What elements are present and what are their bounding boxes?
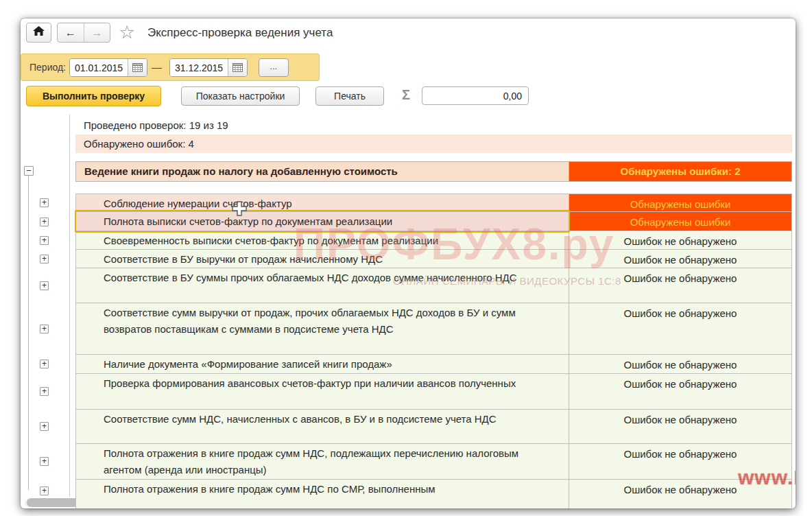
section-status-badge: Обнаружены ошибки: 2 bbox=[569, 162, 791, 181]
check-name: Соблюдение нумерации счетов-фактур bbox=[76, 194, 569, 211]
table-row[interactable]: Своевременность выписки счетов-фактур по… bbox=[75, 231, 792, 250]
status-badge: Ошибок не обнаружено bbox=[569, 268, 791, 303]
table-row[interactable]: Соответствие в БУ выручки от продаж начи… bbox=[75, 250, 792, 268]
sum-field[interactable] bbox=[422, 86, 529, 105]
check-name: Проверка формирования авансовых счетов-ф… bbox=[76, 374, 569, 409]
status-badge: Ошибок не обнаружено bbox=[569, 444, 791, 479]
home-icon bbox=[33, 26, 45, 39]
expand-icon[interactable]: + bbox=[40, 236, 49, 245]
table-row[interactable]: Соответствие сумм НДС, начисленных с ава… bbox=[75, 410, 792, 444]
check-name: Своевременность выписки счетов-фактур по… bbox=[76, 231, 569, 249]
period-label: Период: bbox=[29, 62, 66, 73]
table-row-selected[interactable]: Полнота выписки счетов-фактур по докумен… bbox=[75, 212, 792, 231]
summary-checks: Проведено проверок: 19 из 19 bbox=[75, 116, 792, 134]
check-name: Полнота отражения в книге продаж сумм НД… bbox=[76, 444, 569, 479]
check-name: Соответствие сумм НДС, начисленных с ава… bbox=[76, 410, 569, 443]
status-badge: Обнаружены ошибки bbox=[569, 212, 791, 231]
table-row[interactable]: Соответствие в БУ суммы прочих облагаемы… bbox=[75, 268, 792, 303]
status-badge: Ошибок не обнаружено bbox=[569, 480, 791, 508]
collapse-icon[interactable]: − bbox=[24, 166, 34, 176]
back-icon: ← bbox=[65, 27, 76, 39]
back-button[interactable]: ← bbox=[58, 23, 84, 42]
check-name: Соответствие в БУ выручки от продаж начи… bbox=[76, 250, 569, 268]
expand-icon[interactable]: + bbox=[40, 281, 49, 290]
table-row[interactable]: Полнота отражения в книге продаж сумм НД… bbox=[75, 444, 792, 480]
check-name: Полнота выписки счетов-фактур по докумен… bbox=[76, 212, 569, 231]
check-name: Соответствие сумм выручки от продаж, про… bbox=[76, 303, 569, 354]
expand-icon[interactable]: + bbox=[40, 198, 49, 207]
calendar-icon[interactable] bbox=[228, 59, 247, 76]
check-table: Соблюдение нумерации счетов-фактур Обнар… bbox=[75, 194, 792, 508]
forward-button[interactable]: → bbox=[84, 23, 110, 42]
check-name: Полнота отражения в книге продаж сумм НД… bbox=[76, 480, 569, 508]
history-nav: ← → bbox=[57, 23, 110, 43]
sigma-icon: Σ bbox=[402, 87, 410, 103]
period-from-input[interactable] bbox=[70, 59, 128, 76]
run-check-button[interactable]: Выполнить проверку bbox=[26, 86, 161, 106]
status-badge: Ошибок не обнаружено bbox=[569, 410, 791, 443]
check-name: Наличие документа «Формирование записей … bbox=[76, 355, 569, 373]
forward-icon: → bbox=[91, 27, 102, 39]
status-badge: Ошибок не обнаружено bbox=[569, 374, 791, 409]
print-button[interactable]: Печать bbox=[315, 86, 384, 106]
period-more-button[interactable]: ... bbox=[259, 58, 289, 77]
screen: ← → ☆ Экспресс-проверка ведения учета Пе… bbox=[0, 0, 812, 516]
expand-icon[interactable]: + bbox=[40, 387, 49, 396]
section-title: Ведение книги продаж по налогу на добавл… bbox=[76, 162, 569, 181]
table-row[interactable]: Соблюдение нумерации счетов-фактур Обнар… bbox=[75, 194, 792, 212]
expand-icon[interactable]: + bbox=[40, 457, 49, 466]
tree-line bbox=[28, 176, 29, 490]
table-row[interactable]: Проверка формирования авансовых счетов-ф… bbox=[75, 374, 792, 410]
status-badge: Ошибок не обнаружено bbox=[569, 231, 791, 249]
period-to-input[interactable] bbox=[170, 59, 228, 76]
status-badge: Обнаружены ошибки bbox=[569, 194, 791, 211]
period-from-group bbox=[69, 58, 147, 77]
check-name: Соответствие в БУ суммы прочих облагаемы… bbox=[76, 268, 569, 303]
table-row[interactable]: Полнота отражения в книге продаж сумм НД… bbox=[75, 480, 792, 508]
calendar-icon[interactable] bbox=[128, 59, 147, 76]
favorite-star-icon[interactable]: ☆ bbox=[119, 23, 135, 43]
expand-icon[interactable]: + bbox=[40, 325, 49, 333]
status-badge: Ошибок не обнаружено bbox=[569, 355, 791, 373]
status-badge: Ошибок не обнаружено bbox=[569, 303, 791, 354]
table-row[interactable]: Соответствие сумм выручки от продаж, про… bbox=[75, 303, 792, 355]
tree-column-divider bbox=[69, 115, 70, 497]
app-window: ← → ☆ Экспресс-проверка ведения учета Пе… bbox=[21, 19, 796, 508]
expand-icon[interactable]: + bbox=[40, 255, 49, 263]
show-settings-button[interactable]: Показать настройки bbox=[181, 86, 300, 106]
status-badge: Ошибок не обнаружено bbox=[569, 250, 791, 268]
expand-icon[interactable]: + bbox=[40, 218, 49, 226]
section-row[interactable]: Ведение книги продаж по налогу на добавл… bbox=[75, 161, 792, 182]
table-row[interactable]: Наличие документа «Формирование записей … bbox=[75, 355, 792, 374]
expand-icon[interactable]: + bbox=[40, 486, 49, 495]
expand-icon[interactable]: + bbox=[40, 422, 49, 431]
home-button[interactable] bbox=[26, 23, 51, 43]
period-to-group bbox=[169, 58, 248, 77]
period-dash: — bbox=[152, 61, 162, 73]
summary-errors: Обнаружено ошибок: 4 bbox=[75, 134, 792, 153]
page-title: Экспресс-проверка ведения учета bbox=[147, 26, 333, 40]
expand-icon[interactable]: + bbox=[40, 360, 49, 368]
period-panel: Период: — ... bbox=[21, 54, 320, 81]
